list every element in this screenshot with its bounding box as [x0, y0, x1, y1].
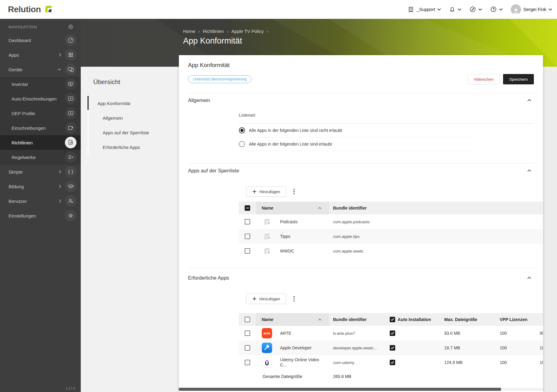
column-header-vpp[interactable]: VPP Lizenzen	[500, 313, 540, 326]
section-allgemein: Allgemein Listenart Alle Apps in der fol…	[188, 93, 534, 151]
sidebar-section-header: NAVIGATION	[0, 19, 81, 33]
relution-logo[interactable]: Relution	[8, 4, 53, 15]
auto-install-all-checkbox[interactable]	[390, 317, 395, 322]
radio-unselected-icon[interactable]	[239, 141, 245, 147]
sidebar-item-bildung[interactable]: Bildung	[0, 179, 81, 194]
column-header-max-size[interactable]: Max. Dateigröße	[444, 313, 500, 326]
more-options-kebab-icon[interactable]	[292, 295, 296, 303]
subnav-item-app-konformitaet[interactable]: App Konformität	[81, 96, 179, 111]
row-checkbox[interactable]	[245, 330, 250, 336]
avatar	[511, 4, 521, 15]
brand-name: Relution	[8, 5, 41, 14]
sidebar-item-apps[interactable]: Apps	[0, 48, 81, 62]
sidebar-item-einschreibungen[interactable]: Einschreibungen	[0, 121, 81, 135]
dashboard-gauge-icon	[65, 34, 76, 46]
chevron-right-icon	[59, 185, 61, 188]
sort-asc-icon	[318, 319, 321, 321]
column-header-name[interactable]: Name	[256, 313, 329, 326]
auto-install-checkbox[interactable]	[390, 330, 395, 336]
breadcrumb: Home › Richtlinien › Apple TV Policy ›	[183, 29, 268, 34]
section-title-allgemein: Allgemein	[188, 97, 210, 103]
add-blocked-app-button[interactable]: Hinzufügen	[246, 186, 286, 197]
table-row-podcasts[interactable]: Podcasts com.apple.podcasts	[239, 214, 543, 229]
sidebar-geraete-submenu: Inventar Auto-Einschreibungen DEP Profil…	[0, 77, 81, 164]
collapse-chevron-up-icon[interactable]	[527, 277, 531, 279]
help-icon	[490, 6, 497, 13]
organization-menu[interactable]: _Support	[408, 6, 441, 13]
subnav-item-sperrliste[interactable]: Apps auf der Sperrliste	[81, 125, 179, 140]
row-checkbox[interactable]	[245, 360, 250, 365]
collapse-chevron-up-icon[interactable]	[527, 99, 531, 102]
sidebar-item-skripte[interactable]: Skripte	[0, 164, 81, 179]
scrollbar-thumb[interactable]	[179, 388, 501, 391]
chevron-right-icon	[59, 170, 61, 174]
breadcrumb-home[interactable]: Home	[183, 29, 195, 34]
column-header-bundle[interactable]: Bundle identifier	[329, 313, 389, 326]
bell-icon	[449, 6, 456, 13]
add-required-app-button[interactable]: Hinzufügen	[246, 294, 286, 304]
row-checkbox[interactable]	[245, 345, 250, 351]
chevron-right-icon	[59, 53, 61, 57]
user-menu[interactable]: Sergei Fink	[511, 4, 552, 15]
total-size-label: Gesamte Dateigröße	[256, 374, 329, 379]
help-menu[interactable]	[490, 6, 503, 13]
save-button[interactable]: Speichern	[503, 74, 534, 84]
breadcrumb-apple-tv-policy[interactable]: Apple TV Policy	[232, 29, 264, 34]
navigation-label: NAVIGATION	[9, 25, 65, 29]
apps-grid-icon	[65, 49, 76, 61]
column-header-bundle[interactable]: Bundle identifier	[329, 202, 543, 214]
pin-sidebar-icon[interactable]	[65, 24, 76, 30]
table-row-apple-developer[interactable]: Apple Developer developer.apple.wwdc... …	[239, 341, 543, 355]
sidebar-item-dep-profile[interactable]: DEP Profile	[0, 106, 81, 121]
breadcrumb-richtlinien[interactable]: Richtlinien	[203, 29, 224, 34]
notifications-menu[interactable]	[449, 6, 461, 13]
sidebar-item-regelwerke[interactable]: Regelwerke	[0, 150, 81, 164]
collapse-chevron-up-icon[interactable]	[527, 169, 531, 172]
apple-developer-app-icon	[262, 343, 272, 353]
cancel-button[interactable]: Abbrechen	[468, 74, 500, 84]
subnav-item-allgemein[interactable]: Allgemein	[81, 111, 179, 125]
chevron-down-icon	[458, 8, 461, 11]
horizontal-scrollbar[interactable]	[179, 388, 543, 391]
feedback-menu[interactable]	[469, 6, 482, 13]
column-header-auto-installation[interactable]: Auto Installation	[389, 313, 444, 326]
breadcrumb-separator: ›	[267, 29, 268, 34]
radio-option-allowed[interactable]: Alle Apps in der folgenden Liste sind er…	[239, 137, 473, 151]
auto-install-checkbox[interactable]	[390, 360, 395, 365]
settings-gear-icon	[65, 210, 76, 221]
radio-selected-icon[interactable]	[239, 127, 245, 133]
required-apps-table: Name Bundle identifier Auto Installation…	[239, 313, 543, 383]
column-header-name[interactable]: Name	[256, 202, 329, 214]
sidebar-item-richtlinien[interactable]: Richtlinien	[0, 135, 81, 150]
sidebar-item-geraete[interactable]: Geräte	[0, 62, 81, 77]
clipped-value: 10	[540, 360, 543, 365]
table-row-wwdc[interactable]: WWDC com.apple.wwdc	[239, 244, 543, 258]
sidebar-item-inventar[interactable]: Inventar	[0, 77, 81, 91]
organization-icon	[408, 6, 414, 13]
sort-asc-icon	[318, 207, 321, 209]
more-options-kebab-icon[interactable]	[292, 188, 296, 196]
subnav-item-erforderliche-apps[interactable]: Erforderliche Apps	[81, 140, 179, 154]
app-version: 5.17.5	[66, 387, 75, 390]
table-row-udemy[interactable]: Udemy Online Video C... com.udemy 124.9 …	[239, 355, 543, 370]
auto-install-checkbox[interactable]	[390, 345, 395, 351]
chevron-down-icon	[58, 68, 61, 71]
table-row-tipps[interactable]: Tipps com.apple.tips	[239, 229, 543, 244]
table-header-row: Name Bundle identifier	[239, 202, 543, 214]
auto-enrollment-icon	[65, 93, 76, 104]
app-placeholder-icon	[262, 217, 272, 227]
row-checkbox[interactable]	[245, 248, 250, 254]
chevron-down-icon	[499, 8, 503, 11]
row-checkbox[interactable]	[245, 219, 250, 224]
radio-option-not-allowed[interactable]: Alle Apps in der folgenden Liste sind ni…	[239, 124, 473, 137]
select-all-checkbox[interactable]	[245, 205, 250, 211]
scripts-icon	[65, 166, 76, 178]
sidebar-item-benutzer[interactable]: Benutzer	[0, 194, 81, 208]
sidebar-item-einstellungen[interactable]: Einstellungen	[0, 208, 81, 223]
select-all-checkbox[interactable]	[245, 317, 250, 322]
sidebar-item-auto-einschreibungen[interactable]: Auto-Einschreibungen	[0, 91, 81, 106]
row-checkbox[interactable]	[245, 234, 250, 239]
user-enrollment-badge: Unterstützt Benutzerregistrierung	[188, 75, 251, 83]
table-row-arte[interactable]: arte ARTE tv.arte.plus7 93.0 MB 100 99	[239, 326, 543, 341]
sidebar-item-dashboard[interactable]: Dashboard	[0, 33, 81, 48]
